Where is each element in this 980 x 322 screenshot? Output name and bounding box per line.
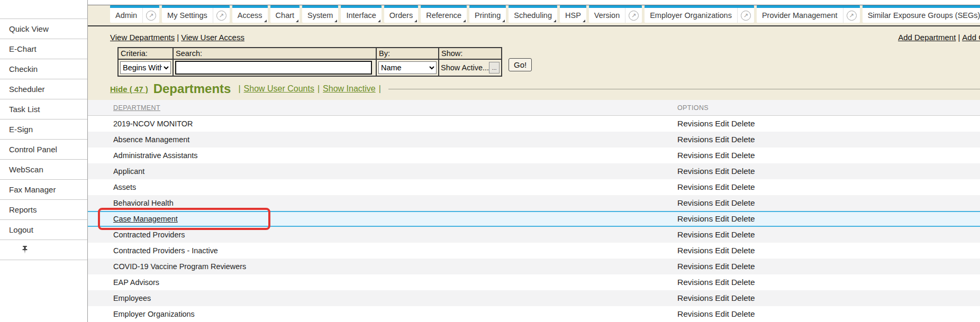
tab-hsp[interactable]: HSP xyxy=(560,5,586,23)
tab-system[interactable]: System xyxy=(302,5,338,23)
revisions-link[interactable]: Revisions xyxy=(677,182,713,191)
criteria-select[interactable]: Begins With xyxy=(120,61,171,74)
delete-link[interactable]: Delete xyxy=(731,293,755,302)
delete-link[interactable]: Delete xyxy=(731,278,755,287)
sidebar-item-e-chart[interactable]: E-Chart xyxy=(0,39,87,59)
department-column-header[interactable]: DEPARTMENT xyxy=(113,104,160,112)
revisions-link[interactable]: Revisions xyxy=(677,246,713,255)
tab-chart[interactable]: Chart xyxy=(270,5,300,23)
popout-button[interactable]: ↗ xyxy=(625,8,642,23)
delete-link[interactable]: Delete xyxy=(731,151,755,160)
show-inactive-link[interactable]: Show Inactive xyxy=(323,84,376,94)
revisions-link[interactable]: Revisions xyxy=(677,293,713,302)
edit-link[interactable]: Edit xyxy=(715,246,729,255)
add-category-link[interactable]: Add C xyxy=(962,33,980,42)
sidebar-item-control-panel[interactable]: Control Panel xyxy=(0,140,87,160)
tab-admin[interactable]: Admin↗ xyxy=(110,5,159,23)
delete-link[interactable]: Delete xyxy=(731,167,755,176)
revisions-link[interactable]: Revisions xyxy=(677,119,713,128)
sidebar-item-webscan[interactable]: WebScan xyxy=(0,160,87,180)
revisions-link[interactable]: Revisions xyxy=(677,214,713,223)
sidebar: Quick ViewE-ChartCheckinSchedulerTask Li… xyxy=(0,0,88,322)
department-name-link[interactable]: COVID-19 Vaccine Program Reviewers xyxy=(113,262,246,271)
external-link-icon: ↗ xyxy=(741,11,751,21)
delete-link[interactable]: Delete xyxy=(731,214,755,223)
revisions-link[interactable]: Revisions xyxy=(677,278,713,287)
hide-count-link[interactable]: Hide ( 47 ) xyxy=(110,85,148,94)
sidebar-item-reports[interactable]: Reports xyxy=(0,200,87,220)
tab-orders[interactable]: Orders xyxy=(384,5,418,23)
tab-employer-organizations[interactable]: Employer Organizations↗ xyxy=(645,5,754,23)
edit-link[interactable]: Edit xyxy=(715,182,729,191)
delete-link[interactable]: Delete xyxy=(731,230,755,239)
department-name-link[interactable]: Absence Management xyxy=(113,135,189,144)
table-row: Contracted ProvidersRevisionsEditDelete xyxy=(88,227,980,243)
department-name-link[interactable]: Administrative Assistants xyxy=(113,151,197,160)
revisions-link[interactable]: Revisions xyxy=(677,167,713,176)
search-input[interactable] xyxy=(175,61,372,75)
department-name-link[interactable]: Contracted Providers xyxy=(113,230,185,240)
department-name-link[interactable]: Assets xyxy=(113,182,136,192)
revisions-link[interactable]: Revisions xyxy=(677,151,713,160)
go-button[interactable]: Go! xyxy=(509,58,532,71)
department-name-link[interactable]: Employees xyxy=(113,293,151,303)
by-select[interactable]: Name xyxy=(378,61,437,74)
delete-link[interactable]: Delete xyxy=(731,135,755,144)
revisions-link[interactable]: Revisions xyxy=(677,309,713,318)
sidebar-item-e-sign[interactable]: E-Sign xyxy=(0,119,87,140)
tab-version[interactable]: Version↗ xyxy=(589,5,642,23)
edit-link[interactable]: Edit xyxy=(715,151,729,160)
sidebar-item-fax-manager[interactable]: Fax Manager xyxy=(0,180,87,200)
edit-link[interactable]: Edit xyxy=(715,167,729,176)
edit-link[interactable]: Edit xyxy=(715,214,729,223)
sidebar-item-quick-view[interactable]: Quick View xyxy=(0,19,87,39)
tab-access[interactable]: Access xyxy=(232,5,268,23)
revisions-link[interactable]: Revisions xyxy=(677,135,713,144)
department-name-link[interactable]: Employer Organizations xyxy=(113,309,195,319)
show-options-button[interactable]: ... xyxy=(489,62,500,73)
tab-scheduling[interactable]: Scheduling xyxy=(509,5,557,23)
tab-printing[interactable]: Printing xyxy=(469,5,506,23)
delete-link[interactable]: Delete xyxy=(731,262,755,271)
edit-link[interactable]: Edit xyxy=(715,119,729,128)
add-department-link[interactable]: Add Department xyxy=(898,33,956,42)
tab-similar-exposure-groups-segs[interactable]: Similar Exposure Groups (SEGs)↗ xyxy=(863,5,980,23)
popout-button[interactable]: ↗ xyxy=(213,8,230,23)
delete-link[interactable]: Delete xyxy=(731,246,755,255)
sidebar-item-scheduler[interactable]: Scheduler xyxy=(0,79,87,99)
edit-link[interactable]: Edit xyxy=(715,135,729,144)
popout-button[interactable]: ↗ xyxy=(737,8,754,23)
edit-link[interactable]: Edit xyxy=(715,293,729,302)
tab-interface[interactable]: Interface xyxy=(341,5,381,23)
revisions-link[interactable]: Revisions xyxy=(677,198,713,207)
edit-link[interactable]: Edit xyxy=(715,230,729,239)
department-name-link[interactable]: 2019-NCOV MONITOR xyxy=(113,119,193,128)
department-name-link[interactable]: Case Management xyxy=(113,214,178,224)
edit-link[interactable]: Edit xyxy=(715,278,729,287)
department-name-link[interactable]: Applicant xyxy=(113,167,144,176)
department-name-link[interactable]: Contracted Providers - Inactive xyxy=(113,246,218,255)
delete-link[interactable]: Delete xyxy=(731,182,755,191)
popout-button[interactable]: ↗ xyxy=(142,8,159,23)
delete-link[interactable]: Delete xyxy=(731,309,755,318)
sidebar-item-task-list[interactable]: Task List xyxy=(0,99,87,119)
sidebar-item-logout[interactable]: Logout xyxy=(0,220,87,240)
revisions-link[interactable]: Revisions xyxy=(677,230,713,239)
edit-link[interactable]: Edit xyxy=(715,309,729,318)
edit-link[interactable]: Edit xyxy=(715,262,729,271)
show-user-counts-link[interactable]: Show User Counts xyxy=(244,84,314,94)
delete-link[interactable]: Delete xyxy=(731,198,755,207)
view-user-access-link[interactable]: View User Access xyxy=(181,33,244,42)
view-departments-link[interactable]: View Departments xyxy=(110,33,175,42)
tab-provider-management[interactable]: Provider Management↗ xyxy=(757,5,860,23)
revisions-link[interactable]: Revisions xyxy=(677,262,713,271)
popout-button[interactable]: ↗ xyxy=(843,8,860,23)
department-name-link[interactable]: EAP Advisors xyxy=(113,278,159,287)
tab-my-settings[interactable]: My Settings↗ xyxy=(162,5,230,23)
delete-link[interactable]: Delete xyxy=(731,119,755,128)
tab-reference[interactable]: Reference xyxy=(421,5,467,23)
sidebar-pin-button[interactable] xyxy=(0,240,87,260)
department-name-link[interactable]: Behavioral Health xyxy=(113,198,174,208)
sidebar-item-checkin[interactable]: Checkin xyxy=(0,59,87,79)
edit-link[interactable]: Edit xyxy=(715,198,729,207)
